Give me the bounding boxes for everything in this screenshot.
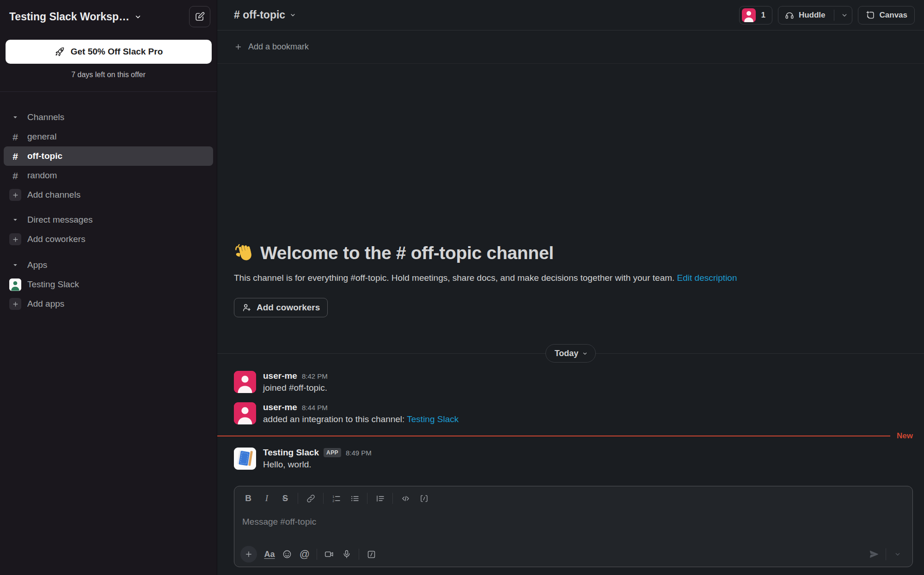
- app-avatar[interactable]: [234, 448, 256, 470]
- new-message-button[interactable]: [189, 6, 210, 27]
- text-format-label: Aa: [264, 550, 275, 559]
- blockquote-button[interactable]: [371, 490, 389, 506]
- message-row[interactable]: user-me 8:42 PM joined #off-topic.: [217, 366, 924, 398]
- add-channels-button[interactable]: Add channels: [4, 185, 213, 205]
- add-coworkers-sidebar-button[interactable]: Add coworkers: [4, 230, 213, 249]
- message-timestamp[interactable]: 8:44 PM: [302, 404, 328, 412]
- add-bookmark-label: Add a bookmark: [248, 42, 309, 52]
- member-count: 1: [761, 11, 765, 20]
- send-button[interactable]: [865, 546, 883, 562]
- unread-divider-label: New: [897, 431, 913, 441]
- message-pane: Welcome to the # off-topic channel This …: [217, 64, 924, 575]
- welcome-title-text: Welcome to the # off-topic channel: [260, 243, 554, 263]
- dm-section-header[interactable]: Direct messages: [4, 210, 213, 230]
- rocket-icon: [55, 47, 65, 57]
- message-author[interactable]: Testing Slack: [263, 448, 319, 458]
- channels-section-header[interactable]: Channels: [4, 108, 213, 127]
- apps-section-header[interactable]: Apps: [4, 255, 213, 275]
- plus-icon: [9, 233, 21, 245]
- italic-button[interactable]: I: [257, 490, 276, 506]
- huddle-options-chevron[interactable]: [841, 12, 848, 19]
- message-author[interactable]: user-me: [263, 371, 297, 381]
- offer-countdown-text: 7 days left on this offer: [0, 71, 217, 79]
- ordered-list-icon: 12: [331, 494, 341, 503]
- hash-icon: #: [9, 131, 21, 143]
- text-format-toggle-button[interactable]: Aa: [261, 546, 278, 562]
- message-text: added an integration to this channel: Te…: [263, 414, 459, 424]
- section-collapse-icon[interactable]: [9, 214, 21, 226]
- toolbar-divider: [886, 548, 886, 560]
- edit-description-link[interactable]: Edit description: [677, 273, 737, 283]
- composer-actions: Aa @: [234, 542, 912, 567]
- date-divider: Today: [217, 344, 924, 363]
- code-block-button[interactable]: [415, 490, 433, 506]
- channel-title-button[interactable]: # off-topic: [234, 9, 296, 21]
- toolbar-divider: [298, 493, 298, 504]
- message-row[interactable]: user-me 8:44 PM added an integration to …: [217, 398, 924, 429]
- message-timestamp[interactable]: 8:42 PM: [302, 372, 328, 380]
- integration-link[interactable]: Testing Slack: [407, 414, 459, 424]
- bullet-list-button[interactable]: [345, 490, 364, 506]
- button-divider: [834, 10, 834, 21]
- blockquote-icon: [375, 494, 385, 503]
- link-button[interactable]: [301, 490, 320, 506]
- hash-icon: #: [9, 169, 21, 182]
- message-author[interactable]: user-me: [263, 402, 297, 412]
- add-apps-button[interactable]: Add apps: [4, 294, 213, 314]
- add-bookmark-button[interactable]: Add a bookmark: [217, 30, 924, 64]
- mic-icon: [342, 549, 352, 559]
- date-divider-label: Today: [555, 349, 579, 358]
- toolbar-divider: [367, 493, 367, 504]
- sidebar-item-app-testing-slack[interactable]: Testing Slack: [4, 275, 213, 294]
- plus-icon: [245, 550, 253, 558]
- shortcuts-button[interactable]: [362, 546, 380, 562]
- strikethrough-button[interactable]: S: [276, 490, 294, 506]
- link-icon: [306, 494, 316, 503]
- mention-icon: @: [300, 548, 310, 560]
- mention-button[interactable]: @: [296, 546, 313, 562]
- video-clip-button[interactable]: [320, 546, 338, 562]
- channel-label: off-topic: [27, 151, 62, 161]
- ordered-list-button[interactable]: 12: [327, 490, 345, 506]
- canvas-icon: [865, 10, 875, 20]
- channels-section-label: Channels: [27, 112, 64, 122]
- code-button[interactable]: [396, 490, 415, 506]
- unread-divider-line: [217, 436, 890, 436]
- section-collapse-icon[interactable]: [9, 111, 21, 123]
- section-gap: [0, 249, 217, 255]
- message-row[interactable]: Testing Slack APP 8:49 PM Hello, world.: [217, 443, 924, 474]
- canvas-button[interactable]: Canvas: [858, 6, 915, 24]
- toolbar-divider: [392, 493, 393, 504]
- add-channels-label: Add channels: [27, 190, 80, 200]
- toolbar-divider: [359, 549, 359, 560]
- waving-hand-emoji: [234, 243, 254, 263]
- channel-description: This channel is for everything #off-topi…: [234, 272, 896, 284]
- message-text: Hello, world.: [263, 460, 372, 470]
- audio-clip-button[interactable]: [338, 546, 355, 562]
- schedule-send-button[interactable]: [889, 546, 906, 562]
- send-icon: [869, 549, 879, 559]
- huddle-button[interactable]: Huddle: [778, 6, 852, 24]
- add-coworkers-button[interactable]: Add coworkers: [234, 298, 328, 317]
- workspace-switcher[interactable]: Testing Slack Worksp…: [9, 11, 142, 23]
- chevron-down-icon: [894, 551, 901, 558]
- section-collapse-icon[interactable]: [9, 259, 21, 271]
- channel-members-button[interactable]: 1: [739, 6, 772, 24]
- message-list: user-me 8:42 PM joined #off-topic. user-…: [217, 366, 924, 474]
- svg-text:1: 1: [332, 494, 334, 498]
- slack-app-window: Testing Slack Worksp… Get 50% Off Slack …: [0, 0, 924, 575]
- sidebar-item-channel-off-topic[interactable]: # off-topic: [4, 146, 213, 166]
- attach-button[interactable]: [240, 546, 257, 563]
- date-divider-button[interactable]: Today: [545, 344, 596, 363]
- avatar[interactable]: [234, 402, 256, 424]
- chevron-down-icon: [289, 12, 296, 18]
- hash-icon: #: [9, 150, 21, 162]
- sidebar-item-channel-general[interactable]: # general: [4, 127, 213, 146]
- message-input[interactable]: [242, 517, 905, 527]
- emoji-button[interactable]: [278, 546, 296, 562]
- avatar[interactable]: [234, 371, 256, 393]
- upgrade-pro-button[interactable]: Get 50% Off Slack Pro: [6, 40, 212, 64]
- sidebar-item-channel-random[interactable]: # random: [4, 166, 213, 185]
- message-timestamp[interactable]: 8:49 PM: [346, 449, 372, 457]
- bold-button[interactable]: B: [239, 490, 257, 506]
